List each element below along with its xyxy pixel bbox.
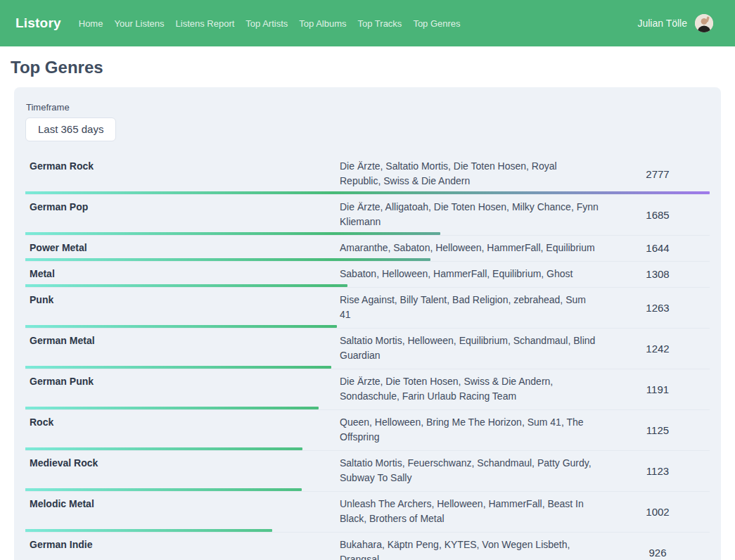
genre-row: Melodic MetalUnleash The Archers, Hellow…: [25, 492, 710, 533]
genre-artists: Saltatio Mortis, Helloween, Equilibrium,…: [340, 333, 600, 363]
genre-name: Rock: [30, 415, 340, 430]
genre-name: Melodic Metal: [30, 497, 340, 511]
brand-logo[interactable]: Listory: [15, 15, 61, 31]
genre-count: 926: [600, 547, 705, 559]
genre-bar: [25, 488, 302, 491]
genre-count: 1002: [600, 506, 705, 518]
genre-row: RockQueen, Helloween, Bring Me The Horiz…: [25, 410, 710, 451]
genre-row: German PunkDie Ärzte, Die Toten Hosen, S…: [25, 369, 710, 410]
genre-bar-track: [25, 529, 710, 532]
genre-artists: Sabaton, Helloween, HammerFall, Equilibr…: [340, 267, 600, 281]
genre-count: 1308: [600, 268, 705, 280]
navbar: Listory HomeYour ListensListens ReportTo…: [0, 0, 735, 46]
genre-count: 2777: [600, 168, 705, 180]
user-name: Julian Tölle: [637, 18, 687, 29]
genre-artists: Saltatio Mortis, Feuerschwanz, Schandmau…: [340, 456, 600, 485]
genre-artists: Bukahara, Käptn Peng, KYTES, Von Wegen L…: [340, 537, 600, 560]
genre-count: 1685: [600, 209, 705, 221]
genre-bar-track: [25, 407, 710, 409]
genre-name: German Pop: [30, 200, 340, 215]
nav-item-listens-report[interactable]: Listens Report: [176, 18, 235, 29]
nav-item-top-tracks[interactable]: Top Tracks: [358, 18, 402, 29]
genre-count: 1263: [600, 302, 705, 314]
genre-count: 1191: [600, 383, 705, 395]
genre-name: Power Metal: [30, 241, 340, 255]
genre-artists: Queen, Helloween, Bring Me The Horizon, …: [340, 415, 600, 445]
genre-count: 1644: [600, 242, 705, 254]
genre-artists: Unleash The Archers, Helloween, HammerFa…: [340, 497, 600, 526]
genre-count: 1125: [600, 424, 705, 436]
genre-bar-track: [25, 488, 710, 491]
nav-item-top-albums[interactable]: Top Albums: [299, 18, 346, 29]
genre-name: German Rock: [30, 159, 340, 174]
genre-bar-track: [25, 191, 710, 194]
genres-table: German RockDie Ärzte, Saltatio Mortis, D…: [25, 154, 710, 560]
timeframe-label: Timeframe: [26, 102, 710, 113]
main-content: Top Genres Timeframe Last 365 days Germa…: [0, 58, 735, 560]
genre-bar: [25, 232, 440, 235]
genre-bar-track: [25, 284, 710, 287]
genre-bar: [25, 366, 331, 369]
genre-row: German IndieBukahara, Käptn Peng, KYTES,…: [25, 533, 710, 560]
genre-row: PunkRise Against, Billy Talent, Bad Reli…: [25, 288, 710, 329]
genre-name: German Metal: [30, 333, 340, 348]
genre-count: 1123: [600, 465, 705, 477]
nav-item-home[interactable]: Home: [79, 18, 103, 29]
genre-count: 1242: [600, 343, 705, 355]
genre-bar: [25, 258, 430, 261]
genre-bar: [25, 284, 347, 287]
nav-item-your-listens[interactable]: Your Listens: [114, 18, 164, 29]
genre-bar: [25, 407, 319, 409]
timeframe-select[interactable]: Last 365 days: [25, 117, 116, 141]
genre-name: German Punk: [30, 374, 340, 389]
user-avatar-icon[interactable]: [695, 14, 713, 32]
genre-bar: [25, 191, 710, 194]
genre-artists: Amaranthe, Sabaton, Helloween, HammerFal…: [340, 241, 600, 255]
genre-bar-track: [25, 258, 710, 261]
genre-bar-track: [25, 366, 710, 369]
page-title: Top Genres: [11, 58, 721, 77]
top-genres-card: Timeframe Last 365 days German RockDie Ä…: [14, 87, 721, 560]
genre-name: Medieval Rock: [30, 456, 340, 471]
genre-bar-track: [25, 447, 710, 450]
genre-artists: Die Ärzte, Saltatio Mortis, Die Toten Ho…: [340, 159, 600, 189]
genre-row: MetalSabaton, Helloween, HammerFall, Equ…: [25, 262, 710, 288]
genre-name: Metal: [30, 267, 340, 281]
genre-row: Medieval RockSaltatio Mortis, Feuerschwa…: [25, 451, 710, 492]
genre-bar: [25, 325, 337, 328]
nav-item-top-artists[interactable]: Top Artists: [245, 18, 288, 29]
genre-bar: [25, 529, 272, 532]
genre-bar-track: [25, 325, 710, 328]
genre-bar-track: [25, 232, 710, 235]
genre-artists: Rise Against, Billy Talent, Bad Religion…: [340, 293, 600, 322]
genre-row: German PopDie Ärzte, Alligatoah, Die Tot…: [25, 195, 710, 236]
genre-name: Punk: [30, 293, 340, 307]
genre-artists: Die Ärzte, Die Toten Hosen, Swiss & Die …: [340, 374, 600, 404]
genre-artists: Die Ärzte, Alligatoah, Die Toten Hosen, …: [340, 200, 600, 229]
user-menu[interactable]: Julian Tölle: [637, 14, 713, 32]
genre-name: German Indie: [30, 537, 340, 552]
genre-bar: [25, 447, 302, 450]
nav-items: HomeYour ListensListens ReportTop Artist…: [79, 18, 461, 29]
nav-item-top-genres[interactable]: Top Genres: [413, 18, 460, 29]
genre-row: German MetalSaltatio Mortis, Helloween, …: [25, 329, 710, 369]
genre-row: Power MetalAmaranthe, Sabaton, Helloween…: [25, 236, 710, 262]
genre-row: German RockDie Ärzte, Saltatio Mortis, D…: [25, 154, 710, 195]
